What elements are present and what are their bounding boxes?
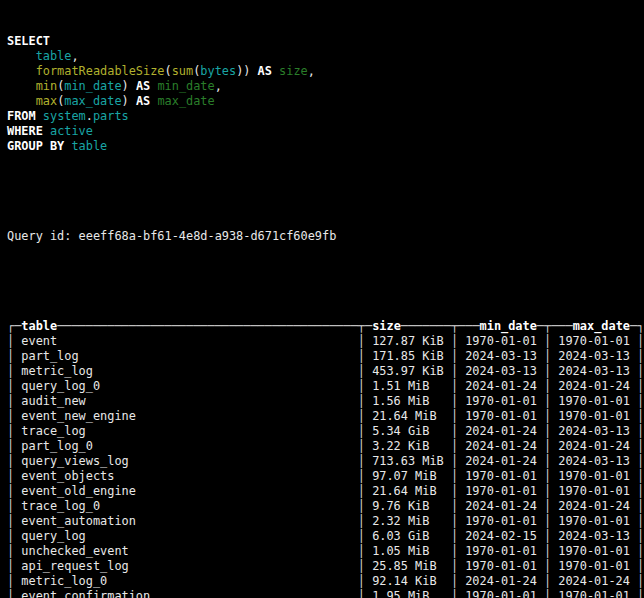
table-row: │ event_objects │ 97.07 MiB │ 1970-01-01…	[7, 469, 644, 484]
table-row: │ metric_log │ 453.97 KiB │ 2024-03-13 │…	[7, 364, 644, 379]
sql-line: FROM system.parts	[7, 109, 644, 124]
sql-line: table,	[7, 49, 644, 64]
table-header-row: ┌─table─────────────────────────────────…	[7, 319, 644, 334]
table-row: │ event_new_engine │ 21.64 MiB │ 1970-01…	[7, 409, 644, 424]
terminal-screen[interactable]: SELECT table, formatReadableSize(sum(byt…	[0, 0, 644, 598]
table-row: │ query_log │ 6.03 GiB │ 2024-02-15 │ 20…	[7, 529, 644, 544]
query-id-line: Query id: eeeff68a-bf61-4e8d-a938-d671cf…	[7, 229, 644, 244]
table-row: │ audit_new │ 1.56 MiB │ 1970-01-01 │ 19…	[7, 394, 644, 409]
table-row: │ metric_log_0 │ 92.14 KiB │ 2024-01-24 …	[7, 574, 644, 589]
table-row: │ event │ 127.87 KiB │ 1970-01-01 │ 1970…	[7, 334, 644, 349]
table-row: │ api_request_log │ 25.85 MiB │ 1970-01-…	[7, 559, 644, 574]
table-row: │ event_old_engine │ 21.64 MiB │ 1970-01…	[7, 484, 644, 499]
sql-line: WHERE active	[7, 124, 644, 139]
table-row: │ trace_log_0 │ 9.76 KiB │ 2024-01-24 │ …	[7, 499, 644, 514]
sql-query: SELECT table, formatReadableSize(sum(byt…	[7, 34, 644, 154]
sql-line: GROUP BY table	[7, 139, 644, 154]
blank-line	[7, 184, 644, 199]
blank-line	[7, 274, 644, 289]
table-row: │ part_log_0 │ 3.22 KiB │ 2024-01-24 │ 2…	[7, 439, 644, 454]
table-row: │ query_views_log │ 713.63 MiB │ 2024-01…	[7, 454, 644, 469]
table-row: │ query_log_0 │ 1.51 MiB │ 2024-01-24 │ …	[7, 379, 644, 394]
table-row: │ event_automation │ 2.32 MiB │ 1970-01-…	[7, 514, 644, 529]
sql-line: min(min_date) AS min_date,	[7, 79, 644, 94]
table-row: │ trace_log │ 5.34 GiB │ 2024-01-24 │ 20…	[7, 424, 644, 439]
results-table: ┌─table─────────────────────────────────…	[7, 319, 644, 598]
table-row: │ event_confirmation │ 1.95 MiB │ 1970-0…	[7, 589, 644, 598]
table-row: │ unchecked_event │ 1.05 MiB │ 1970-01-0…	[7, 544, 644, 559]
sql-line: formatReadableSize(sum(bytes)) AS size,	[7, 64, 644, 79]
table-row: │ part_log │ 171.85 KiB │ 2024-03-13 │ 2…	[7, 349, 644, 364]
sql-line: max(max_date) AS max_date	[7, 94, 644, 109]
sql-line: SELECT	[7, 34, 644, 49]
query-id-label: Query id:	[7, 229, 71, 243]
query-id-value: eeeff68a-bf61-4e8d-a938-d671cf60e9fb	[79, 229, 337, 243]
